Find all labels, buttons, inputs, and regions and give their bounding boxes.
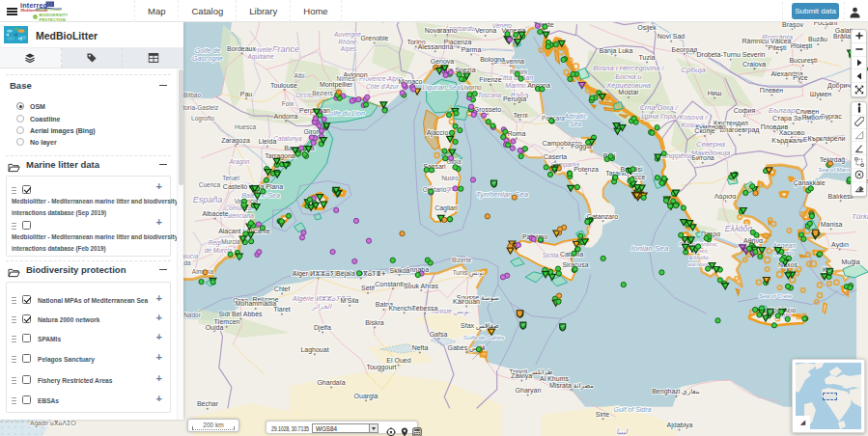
- svg-text:El Oued: El Oued: [386, 357, 410, 364]
- svg-text:Chlef: Chlef: [274, 286, 290, 292]
- svg-text:Albacete: Albacete: [202, 210, 228, 217]
- svg-text:Lleida: Lleida: [259, 138, 277, 145]
- svg-text:Çanakkale: Çanakkale: [793, 179, 825, 187]
- svg-text:Ajdabiya: Ajdabiya: [667, 422, 693, 429]
- svg-text:Golfe de Gabès: Golfe de Gabès: [463, 335, 504, 341]
- svg-text:Buzău: Buzău: [808, 36, 827, 42]
- svg-text:Béchar: Béchar: [197, 400, 219, 407]
- svg-text:Црна Гора: Црна Гора: [641, 112, 676, 121]
- svg-text:Bosna i Hercegovina /: Bosna i Hercegovina /: [593, 64, 664, 72]
- svg-text:Aragón: Aragón: [229, 158, 250, 166]
- svg-text:Türkiye: Türkiye: [852, 212, 868, 221]
- svg-text:Добрич: Добрич: [827, 82, 852, 90]
- svg-text:Alessandria: Alessandria: [418, 43, 454, 50]
- svg-text:Logroño: Logroño: [191, 115, 214, 123]
- svg-text:Bilbao: Bilbao: [183, 92, 201, 98]
- svg-text:Nefta: Nefta: [412, 344, 429, 351]
- svg-text:Albi: Albi: [294, 72, 305, 79]
- svg-text:Tunis تونس: Tunis تونس: [453, 269, 485, 277]
- svg-text:الجزائر: الجزائر: [311, 303, 332, 311]
- svg-text:Mohammadia: Mohammadia: [236, 300, 277, 307]
- svg-text:Vitoria-Gasteiz: Vitoria-Gasteiz: [178, 104, 219, 111]
- svg-text:Λάρισα: Λάρισα: [714, 193, 737, 201]
- svg-text:Souk Ahras: Souk Ahras: [404, 283, 438, 289]
- svg-text:Bizerte: Bizerte: [452, 257, 472, 263]
- svg-text:Verona: Verona: [475, 27, 496, 34]
- svg-text:Београд: Београд: [672, 46, 698, 54]
- svg-text:Laghouat: Laghouat: [300, 346, 328, 354]
- svg-text:Cagliari: Cagliari: [434, 204, 458, 212]
- svg-text:Livorno: Livorno: [461, 84, 482, 91]
- svg-text:София: София: [734, 107, 756, 115]
- svg-text:Cuenca: Cuenca: [199, 181, 221, 188]
- svg-text:Kърджали: Kърджали: [771, 137, 804, 145]
- svg-text:Mostar: Mostar: [618, 89, 639, 95]
- svg-text:Хасково: Хасково: [779, 129, 805, 136]
- svg-text:Zawiya: Zawiya: [511, 372, 532, 380]
- svg-text:Oristano: Oristano: [423, 186, 447, 193]
- svg-text:Alpes: Alpes: [340, 45, 357, 53]
- svg-text:Gharyan: Gharyan: [516, 387, 542, 395]
- svg-text:Bologna: Bologna: [480, 56, 505, 64]
- svg-text:Северна: Северна: [696, 140, 725, 149]
- svg-text:Parma: Parma: [462, 46, 482, 53]
- svg-text:Râmnicu Vâlcea: Râmnicu Vâlcea: [742, 38, 792, 44]
- svg-text:Aquitaine: Aquitaine: [246, 53, 273, 61]
- svg-text:ليبيا: ليبيا: [616, 427, 630, 436]
- svg-text:Ghardaïa: Ghardaïa: [317, 379, 345, 386]
- svg-text:Foix: Foix: [282, 100, 294, 107]
- svg-text:Kairouan: Kairouan: [453, 298, 480, 305]
- svg-text:Craiova: Craiova: [742, 61, 766, 68]
- svg-text:Rhône-: Rhône-: [338, 39, 359, 45]
- svg-text:Aydın: Aydın: [831, 241, 849, 249]
- svg-text:Novi Sad: Novi Sad: [658, 33, 686, 40]
- svg-text:Плевен: Плевен: [760, 87, 784, 94]
- svg-text:Pau: Pau: [240, 91, 253, 97]
- svg-text:Sidi Bel Abbès: Sidi Bel Abbès: [218, 311, 263, 317]
- svg-text:France: France: [272, 44, 299, 54]
- svg-text:Bordeaux: Bordeaux: [227, 45, 256, 52]
- svg-text:Gulf of Sidra: Gulf of Sidra: [614, 406, 652, 413]
- svg-text:Toulouse: Toulouse: [270, 82, 297, 89]
- svg-text:Roma: Roma: [508, 130, 526, 137]
- svg-text:Genova: Genova: [431, 58, 455, 65]
- svg-text:Ajaccio: Ajaccio: [427, 129, 449, 137]
- svg-text:Caserta: Caserta: [544, 153, 568, 160]
- svg-text:Biskra: Biskra: [365, 319, 384, 326]
- svg-text:Agadir ⴰⴳⴰⴷⵉⵔ: Agadir ⴰⴳⴰⴷⵉⵔ: [30, 420, 76, 427]
- svg-text:Drobeta-Turnu Severin: Drobeta-Turnu Severin: [697, 51, 766, 58]
- svg-text:Osijek: Osijek: [637, 24, 657, 32]
- svg-text:Muğla: Muğla: [841, 259, 859, 266]
- svg-text:Nîmes: Nîmes: [337, 75, 356, 82]
- svg-text:Montpellier: Montpellier: [320, 81, 353, 89]
- svg-text:Ямбол: Ямбол: [801, 114, 823, 121]
- svg-text:Sirte: Sirte: [596, 411, 610, 418]
- svg-text:Toscana: Toscana: [478, 92, 502, 98]
- svg-text:Bucureşti: Bucureşti: [789, 57, 818, 65]
- svg-text:Oujda: Oujda: [206, 324, 224, 332]
- svg-text:Скопје: Скопје: [694, 127, 714, 135]
- svg-text:Adriatic: Adriatic: [563, 113, 587, 120]
- svg-text:Andorra: Andorra: [274, 113, 298, 120]
- svg-text:Србија: Србија: [681, 66, 706, 74]
- svg-text:Catalunya: Catalunya: [273, 135, 302, 143]
- svg-text:Grenoble: Grenoble: [361, 35, 389, 41]
- svg-text:Béziers: Béziers: [312, 90, 333, 96]
- svg-text:Tiaret: Tiaret: [273, 306, 291, 313]
- svg-text:Tuzla: Tuzla: [639, 54, 656, 61]
- svg-text:Marino: Marino: [505, 82, 526, 89]
- svg-text:Босна и: Босна и: [615, 72, 642, 81]
- svg-text:Nuoro: Nuoro: [441, 175, 459, 181]
- svg-text:Touggourt: Touggourt: [366, 364, 396, 371]
- svg-text:Firenze: Firenze: [479, 76, 501, 83]
- svg-text:Murcia: Murcia: [221, 238, 240, 245]
- svg-text:Ionian Sea: Ionian Sea: [631, 244, 669, 253]
- svg-text:Terni: Terni: [513, 112, 528, 119]
- svg-text:Teruel: Teruel: [222, 175, 239, 181]
- svg-text:Sétif: Sétif: [361, 285, 375, 291]
- svg-text:Al Khums: Al Khums: [540, 375, 569, 382]
- svg-text:Perugia: Perugia: [503, 95, 526, 103]
- svg-text:Djelfa: Djelfa: [314, 324, 331, 332]
- svg-text:Къркларели: Къркларели: [807, 135, 845, 143]
- svg-text:Шумен: Шумен: [810, 91, 832, 98]
